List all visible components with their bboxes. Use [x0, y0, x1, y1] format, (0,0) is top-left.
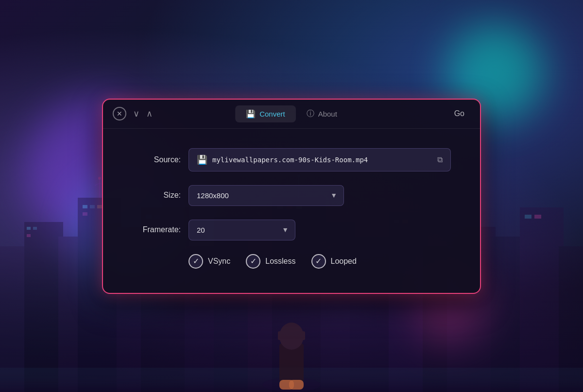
tab-convert[interactable]: 💾 Convert	[235, 105, 296, 122]
source-filename: mylivewallpapers.com-90s-Kids-Room.mp4	[212, 156, 432, 164]
source-row: Source: 💾 mylivewallpapers.com-90s-Kids-…	[132, 148, 451, 171]
close-icon: ✕	[117, 110, 122, 118]
framerate-row: Framerate: 20 24 30 60 ▼	[132, 220, 451, 240]
vsync-checkbox-circle: ✓	[189, 254, 203, 269]
close-button[interactable]: ✕	[113, 107, 126, 120]
looped-checkbox[interactable]: ✓ Looped	[311, 254, 357, 269]
framerate-select[interactable]: 20 24 30 60	[189, 220, 295, 240]
size-select[interactable]: 1280x800 1920x1080 1024x768 2560x1440	[189, 185, 344, 206]
go-button[interactable]: Go	[448, 106, 470, 121]
size-select-wrapper: 1280x800 1920x1080 1024x768 2560x1440 ▼	[189, 185, 344, 206]
size-row: Size: 1280x800 1920x1080 1024x768 2560x1…	[132, 185, 451, 206]
checkboxes-row: ✓ VSync ✓ Lossless ✓ Looped	[132, 254, 451, 269]
size-label: Size:	[132, 191, 181, 200]
source-file-icon: 💾	[197, 154, 207, 165]
lossless-checkbox-circle: ✓	[246, 254, 260, 269]
framerate-label: Framerate:	[132, 225, 181, 234]
arrow-up-button[interactable]: ∧	[146, 109, 153, 118]
tab-about[interactable]: ⓘ About	[296, 105, 348, 123]
about-tab-icon: ⓘ	[307, 109, 314, 119]
page-center: ✕ ∨ ∧ 💾 Convert ⓘ About Go	[0, 0, 583, 392]
looped-label: Looped	[331, 257, 357, 266]
dialog-window: ✕ ∨ ∧ 💾 Convert ⓘ About Go	[102, 99, 481, 294]
about-tab-label: About	[318, 110, 337, 118]
titlebar-center: 💾 Convert ⓘ About	[235, 105, 348, 123]
vsync-label: VSync	[208, 257, 230, 266]
dialog-content: Source: 💾 mylivewallpapers.com-90s-Kids-…	[103, 129, 480, 293]
go-label: Go	[454, 109, 464, 118]
vsync-check-icon: ✓	[193, 257, 199, 265]
framerate-select-wrapper: 20 24 30 60 ▼	[189, 220, 295, 240]
lossless-checkbox[interactable]: ✓ Lossless	[246, 254, 295, 269]
titlebar-left: ✕ ∨ ∧	[113, 107, 153, 120]
convert-tab-label: Convert	[259, 110, 285, 118]
lossless-check-icon: ✓	[250, 257, 257, 265]
convert-tab-icon: 💾	[246, 109, 256, 119]
titlebar: ✕ ∨ ∧ 💾 Convert ⓘ About Go	[103, 100, 480, 129]
vsync-checkbox[interactable]: ✓ VSync	[189, 254, 230, 269]
copy-icon[interactable]: ⧉	[437, 155, 443, 164]
source-field[interactable]: 💾 mylivewallpapers.com-90s-Kids-Room.mp4…	[189, 148, 451, 171]
arrow-down-button[interactable]: ∨	[133, 109, 139, 118]
looped-check-icon: ✓	[315, 257, 322, 265]
lossless-label: Lossless	[265, 257, 295, 266]
source-label: Source:	[132, 155, 181, 164]
looped-checkbox-circle: ✓	[311, 254, 326, 269]
